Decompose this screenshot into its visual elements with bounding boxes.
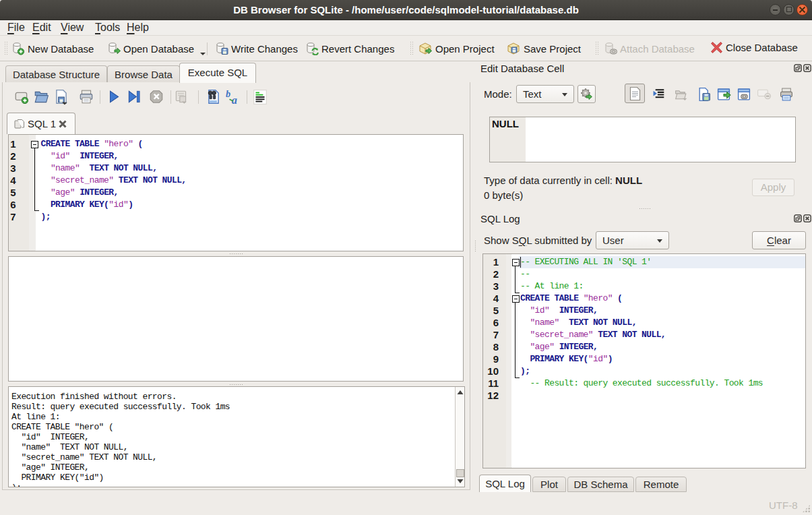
svg-text:b: b: [226, 89, 230, 99]
svg-text:a: a: [232, 94, 237, 105]
